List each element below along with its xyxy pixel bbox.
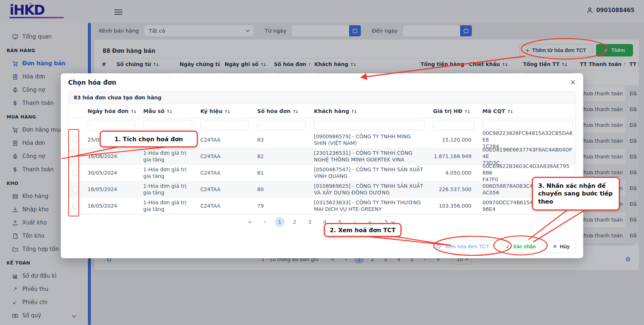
filter-cell [252,120,309,130]
pagination-prev[interactable]: « [245,217,255,227]
sort-icon: ↑↓ [507,109,512,114]
invoice-cell-date: 16/05/2024 [82,185,138,194]
filter-cell [309,120,428,130]
column-filter-input[interactable] [200,120,249,130]
column-header[interactable]: Mẫu số↑↓ [138,108,195,114]
invoice-cell-form: 1-Hóa đơn giá trị gia tăng [138,148,195,164]
sort-icon: ↑↓ [166,109,172,114]
invoice-radio[interactable] [72,153,79,160]
invoice-cell-value: 103.356.000 [428,201,477,211]
invoice-cell-number: 83 [252,135,309,145]
annotation-step-1: 1. Tích chọn hoá đơn [100,131,198,147]
invoice-cell-serial: C24TAA [195,168,252,178]
invoice-cell-serial: C24TAA [195,151,252,161]
sort-icon: ↑↓ [464,109,470,114]
invoice-cell-value: 226.537.500 [428,185,477,194]
invoice-cell-date: 16/05/2024 [82,201,138,211]
invoice-cell-number: 80 [252,185,309,194]
column-filter-input[interactable] [257,120,306,130]
filter-cell [82,120,138,130]
invoice-radio[interactable] [72,186,79,193]
invoice-cell-number: 79 [252,201,309,211]
close-icon[interactable]: ✕ [570,78,576,86]
column-header[interactable]: Ngày hóa đơn↑↓ [82,108,138,114]
column-header[interactable]: Số hóa đơn↑↓ [252,108,309,114]
sort-icon: ↑↓ [224,109,230,114]
check-icon: ✓ [506,244,510,249]
sort-icon: ↑↓ [351,109,356,114]
column-header[interactable]: Khách hàng↑↓ [309,108,428,114]
pagination-prev[interactable]: ‹ [260,217,270,227]
eye-icon [436,244,442,250]
select-invoice-modal: Chọn hóa đơn ✕ 83 hóa đơn chưa tạo đơn h… [61,73,583,258]
radio-cell [69,169,82,176]
column-filter-input[interactable] [433,120,474,130]
invoice-cell-form: 1-Hóa đơn giá trị gia tăng [138,198,195,214]
pagination-page[interactable]: 3 [305,217,315,227]
column-header[interactable]: Mã CQT↑↓ [477,108,576,114]
invoice-radio[interactable] [72,136,79,143]
invoice-cell-serial: C24TAA [195,135,252,145]
invoice-cell-customer: [0900986579] - CÔNG TY TNHH MING SHIN (V… [309,132,428,148]
radio-cell [69,136,82,143]
invoice-cell-value: 15.120.000 [428,135,477,145]
app-root: ✧ iHKD 0901088465 Tổng quanBÁN HÀNGĐơn h… [0,0,644,325]
invoice-row[interactable]: 16/05/20241-Hóa đơn giá trị gia tăngC24T… [69,198,575,214]
invoice-row[interactable]: 30/05/20241-Hóa đơn giá trị gia tăngC24T… [69,165,575,181]
invoice-cell-date: 16/06/2024 [82,151,138,161]
annotation-step-2: 2. Xem hoá đơn TCT [324,223,401,237]
sort-icon: ↑↓ [292,109,298,114]
column-filter-input[interactable] [314,120,425,130]
invoice-cell-date: 30/05/2024 [82,168,138,178]
invoice-cell-serial: C24TAA [195,201,252,211]
filter-cell [428,120,477,130]
invoice-cell-value: 4.050.000 [428,168,477,178]
filter-cell [195,120,252,130]
radio-cell [69,186,82,193]
modal-footer: Xem hóa đơn TCT ✓ Xác nhận ✕ Hủy [429,240,576,253]
column-filter-input[interactable] [88,120,135,130]
invoice-count-subtitle: 83 hóa đơn chưa tạo đơn hàng [69,91,575,104]
invoice-cell-form: 1-Hóa đơn giá trị gia tăng [138,165,195,181]
column-header[interactable]: Giá trị HĐ↑↓ [428,108,477,114]
invoice-radio[interactable] [72,169,79,176]
column-header[interactable]: Ký hiệu↑↓ [195,108,252,114]
invoice-cell-number: 82 [252,151,309,161]
invoice-cell-customer: [0315623833] - CÔNG TY TNHH THƯƠNG MẠI D… [309,198,428,214]
filter-cell [138,120,195,130]
modal-title: Chọn hóa đơn [68,79,116,86]
invoice-row[interactable]: 16/05/20241-Hóa đơn giá trị gia tăngC24T… [69,181,575,198]
invoice-pagination: «‹12345›»5 [68,216,576,227]
invoice-cell-form: 1-Hóa đơn giá trị gia tăng [138,181,195,197]
pagination-page[interactable]: 2 [290,217,300,227]
invoice-cell-customer: [0500467547] - CÔNG TY TNHH SẢN XUẤT VIN… [309,165,428,181]
invoice-table: 83 hóa đơn chưa tạo đơn hàngNgày hóa đơn… [68,91,576,215]
sort-icon: ↑↓ [130,109,136,114]
invoice-table-header-row: Ngày hóa đơn↑↓Mẫu số↑↓Ký hiệu↑↓Số hóa đơ… [69,104,575,118]
cancel-button[interactable]: ✕ Hủy [547,240,576,253]
pagination-page[interactable]: 1 [275,217,285,227]
radio-cell [69,202,82,209]
confirm-button[interactable]: ✓ Xác nhận [500,240,542,253]
column-filter-input[interactable] [143,120,192,130]
annotation-step-3: 3. Nhấn xác nhận để chuyển sang bước tiế… [532,177,620,211]
invoice-cell-number: 81 [252,168,309,178]
radio-cell [69,153,82,160]
invoice-cell-serial: C24TAA [195,185,252,194]
view-tct-invoice-button[interactable]: Xem hóa đơn TCT [429,240,495,253]
invoice-cell-customer: [2301236531] - CÔNG TY TNHH CÔNG NGHỆ TH… [309,148,428,164]
invoice-cell-value: 1.671.168.949 [428,151,477,161]
invoice-radio[interactable] [72,202,79,209]
close-icon: ✕ [553,244,557,249]
invoice-cell-customer: [0108969625] - CÔNG TY TNHH SẢN XUẤT VÀ … [309,181,428,197]
